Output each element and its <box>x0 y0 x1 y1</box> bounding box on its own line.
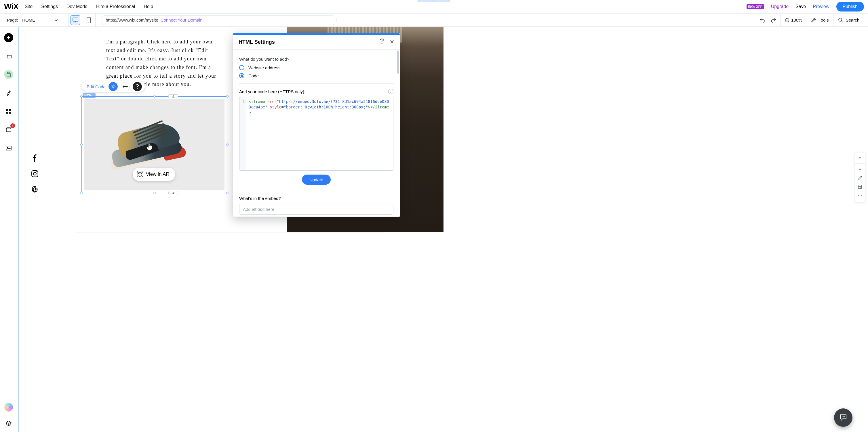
scroll-down-button[interactable] <box>855 163 865 173</box>
svg-rect-11 <box>6 112 8 113</box>
app-market-button[interactable] <box>4 107 13 116</box>
search-label: Search <box>845 18 859 23</box>
my-business-button[interactable]: 4 <box>4 125 13 134</box>
search-button[interactable]: Search <box>835 18 863 23</box>
dock-top-button[interactable] <box>168 94 178 98</box>
svg-rect-12 <box>9 112 11 113</box>
dock-bottom-button[interactable] <box>168 191 178 195</box>
edit-tool-button[interactable] <box>855 173 865 182</box>
url-box[interactable]: https://www.wix.com/mysite Connect Your … <box>101 15 337 25</box>
svg-rect-9 <box>6 109 8 111</box>
device-desktop[interactable] <box>69 13 82 27</box>
product-3d-shoe[interactable] <box>110 118 188 166</box>
collapse-handle[interactable] <box>418 0 450 2</box>
settings-gear-button[interactable] <box>108 82 118 91</box>
menu-devmode[interactable]: Dev Mode <box>66 4 88 9</box>
panel-close-button[interactable] <box>390 39 394 45</box>
page-name[interactable]: HOME <box>22 18 35 23</box>
wix-logo[interactable]: WiX <box>4 2 19 11</box>
zoom-control[interactable]: 100% <box>782 18 805 23</box>
svg-line-6 <box>841 21 843 22</box>
save-button[interactable]: Save <box>796 4 806 9</box>
layout-tool-button[interactable] <box>855 182 865 191</box>
canvas[interactable]: I'm a paragraph. Click here to add your … <box>17 27 868 432</box>
wrench-icon <box>811 18 816 23</box>
publish-button[interactable]: Publish <box>836 2 864 11</box>
media-button[interactable] <box>4 143 13 153</box>
tools-button[interactable]: Tools <box>808 18 832 23</box>
scroll-up-button[interactable] <box>855 154 865 163</box>
view-in-ar-label: View in AR <box>146 171 169 177</box>
social-links <box>31 155 38 193</box>
panel-help-button[interactable] <box>380 38 384 46</box>
resize-handle[interactable] <box>226 95 228 98</box>
code-gutter: 1 <box>240 97 246 170</box>
resize-handle[interactable] <box>80 95 83 98</box>
resize-handle[interactable] <box>80 192 83 194</box>
help-button[interactable] <box>133 82 142 91</box>
layers-button[interactable] <box>4 419 13 428</box>
upgrade-link[interactable]: Upgrade <box>771 4 788 9</box>
stretch-button[interactable] <box>121 82 130 91</box>
radio-code[interactable]: Code <box>239 73 394 78</box>
code-field-label: Add your code here (HTTPS only): <box>239 89 305 94</box>
info-icon[interactable]: i <box>388 89 394 94</box>
add-button[interactable] <box>4 33 13 42</box>
menu-settings[interactable]: Settings <box>41 4 58 9</box>
view-in-ar-button[interactable]: View in AR <box>133 168 175 181</box>
menu-hire[interactable]: Hire a Professional <box>96 4 135 9</box>
menu-site[interactable]: Site <box>25 4 33 9</box>
redo-button[interactable] <box>768 13 779 27</box>
ai-assistant-button[interactable] <box>4 403 13 412</box>
connect-domain-link[interactable]: Connect Your Domain <box>161 18 203 23</box>
topbar-right: 50% OFF Upgrade Save Preview Publish <box>747 2 864 11</box>
pages-button[interactable] <box>4 52 13 61</box>
left-rail: 4 <box>0 27 17 432</box>
more-tools-button[interactable] <box>855 191 865 200</box>
element-toolbar: Edit Code <box>82 81 145 92</box>
secondbar-right: 100% Tools Search <box>756 13 863 27</box>
instagram-icon[interactable] <box>31 170 38 177</box>
resize-handle[interactable] <box>80 143 83 146</box>
svg-point-20 <box>33 172 36 175</box>
svg-point-22 <box>382 43 382 44</box>
question-icon <box>380 38 384 44</box>
resize-handle[interactable] <box>226 143 228 146</box>
facebook-icon[interactable] <box>31 155 38 162</box>
svg-point-21 <box>36 171 37 172</box>
chat-icon <box>839 413 847 422</box>
pinterest-icon[interactable] <box>31 186 38 193</box>
workspace: 4 I'm a paragraph. Click here to add you… <box>0 27 868 432</box>
right-tool-rail <box>855 152 865 202</box>
svg-rect-10 <box>9 109 11 111</box>
radio-icon <box>239 65 244 70</box>
secondbar: Page: HOME https://www.wix.com/mysite Co… <box>0 13 868 27</box>
preview-button[interactable]: Preview <box>813 4 830 9</box>
panel-scrollbar[interactable] <box>397 51 399 74</box>
page-dropdown-icon[interactable] <box>54 18 58 22</box>
resize-handle[interactable] <box>153 192 156 194</box>
edit-code-button[interactable]: Edit Code <box>87 84 105 89</box>
menu-help[interactable]: Help <box>144 4 153 9</box>
alt-text-input[interactable] <box>239 204 394 214</box>
device-mobile[interactable] <box>82 13 95 27</box>
site-design-button[interactable] <box>4 70 13 79</box>
code-textarea[interactable]: <iframe src="https://embed.3dto.me/f731f… <box>246 97 393 170</box>
resize-handle[interactable] <box>153 95 156 98</box>
url-text: https://www.wix.com/mysite <box>105 18 158 23</box>
zoom-value: 100% <box>791 18 802 23</box>
svg-rect-8 <box>7 55 11 58</box>
resize-handle[interactable] <box>226 192 228 194</box>
panel-title: HTML Settings <box>239 39 275 45</box>
svg-point-29 <box>842 417 843 417</box>
theme-button[interactable] <box>4 88 13 98</box>
topbar: WiX Site Settings Dev Mode Hire a Profes… <box>0 0 868 13</box>
radio-website-address[interactable]: Website address <box>239 65 394 70</box>
tools-label: Tools <box>818 18 829 23</box>
gear-icon <box>111 84 116 89</box>
page-label: Page: <box>7 18 18 23</box>
undo-button[interactable] <box>756 13 768 27</box>
update-button[interactable]: Update <box>302 174 331 185</box>
code-editor[interactable]: 1 <iframe src="https://embed.3dto.me/f73… <box>239 97 394 171</box>
chat-fab[interactable] <box>834 408 852 427</box>
